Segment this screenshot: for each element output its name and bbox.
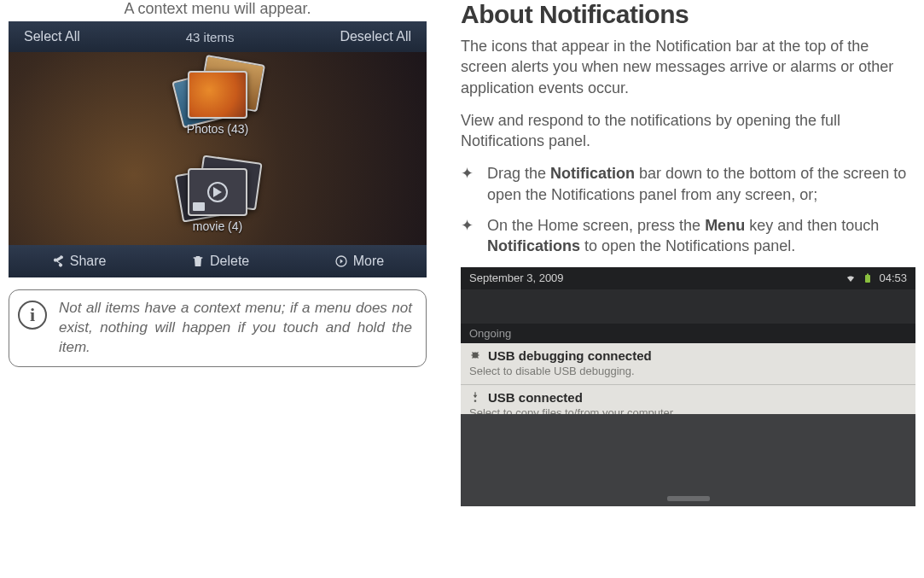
- more-icon: [334, 254, 348, 268]
- gallery-topbar: Select All 43 items Deselect All: [9, 21, 427, 52]
- notification-item-usb-debugging[interactable]: USB debugging connected Select to disabl…: [461, 343, 915, 385]
- about-notifications-heading: About Notifications: [461, 0, 915, 29]
- movie-stack-label: movie (4): [193, 219, 242, 233]
- status-date: September 3, 2009: [469, 271, 564, 284]
- svg-rect-1: [865, 275, 870, 283]
- bullet2-bold1: Menu: [705, 217, 745, 234]
- item-count-label: 43 items: [80, 30, 340, 44]
- bullet2-post: to open the Notifications panel.: [580, 237, 795, 254]
- info-callout: i Not all items have a context menu; if …: [9, 289, 427, 367]
- delete-label: Delete: [210, 254, 249, 269]
- share-label: Share: [70, 254, 107, 269]
- bullet2-mid: key and then touch: [745, 217, 879, 234]
- svg-rect-2: [867, 273, 869, 275]
- bullet1-bold: Notification: [550, 165, 635, 182]
- status-time: 04:53: [879, 271, 907, 284]
- bullet2-bold2: Notifications: [487, 237, 580, 254]
- panel-lower-area: [461, 414, 915, 506]
- bullet-drag-notification: ✦ Drag the Notification bar down to the …: [461, 163, 915, 205]
- bug-icon: [469, 349, 481, 361]
- play-triangle-icon: [213, 187, 222, 197]
- notifications-screenshot: September 3, 2009 04:53 Ongoing USB debu…: [461, 267, 915, 506]
- share-button[interactable]: Share: [51, 254, 107, 269]
- bullet2-pre: On the Home screen, press the: [487, 217, 705, 234]
- notification-band: [461, 289, 915, 324]
- notif-item2-title: USB connected: [488, 390, 583, 405]
- panel-drag-handle[interactable]: [667, 496, 710, 501]
- gallery-bottombar: Share Delete More: [9, 245, 427, 277]
- battery-icon: [862, 273, 874, 283]
- more-button[interactable]: More: [334, 254, 384, 269]
- bullet1-pre: Drag the: [487, 165, 550, 182]
- share-icon: [51, 254, 65, 268]
- star-bullet-icon: ✦: [461, 215, 474, 257]
- deselect-all-button[interactable]: Deselect All: [340, 29, 411, 44]
- notif-item1-title: USB debugging connected: [488, 348, 652, 363]
- info-text: Not all items have a context menu; if a …: [59, 299, 412, 358]
- context-menu-caption: A context menu will appear.: [9, 0, 427, 18]
- status-bar: September 3, 2009 04:53: [461, 267, 915, 289]
- more-label: More: [353, 254, 384, 269]
- folder-icon: [193, 202, 205, 211]
- ongoing-header: Ongoing: [461, 324, 915, 343]
- delete-button[interactable]: Delete: [191, 254, 249, 269]
- select-all-button[interactable]: Select All: [24, 29, 80, 44]
- usb-icon: [469, 391, 481, 403]
- bullet-menu-notifications: ✦ On the Home screen, press the Menu key…: [461, 215, 915, 257]
- gallery-screenshot: Select All 43 items Deselect All Photos …: [9, 21, 427, 277]
- trash-icon: [191, 254, 205, 268]
- notifications-para-1: The icons that appear in the Notificatio…: [461, 36, 915, 98]
- notif-item1-sub: Select to disable USB debugging.: [469, 365, 907, 377]
- photos-stack-label: Photos (43): [187, 122, 248, 136]
- star-bullet-icon: ✦: [461, 163, 474, 205]
- notifications-para-2: View and respond to the notifications by…: [461, 110, 915, 152]
- wifi-icon: [845, 273, 857, 283]
- info-icon: i: [18, 301, 47, 330]
